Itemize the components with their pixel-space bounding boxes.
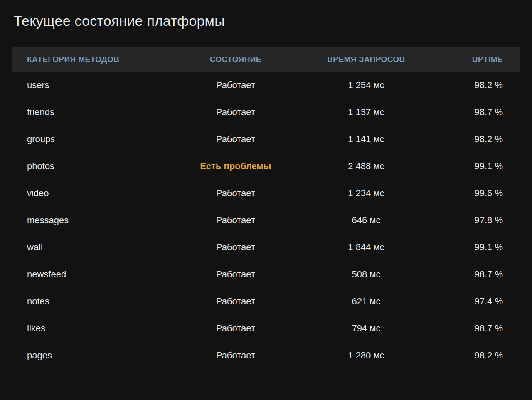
table-row: messages Работает 646 мс 97.8 % xyxy=(12,207,520,234)
table-row: likes Работает 794 мс 98.7 % xyxy=(12,315,520,342)
cell-request-time: 1 137 мс xyxy=(317,107,416,118)
cell-request-time: 1 844 мс xyxy=(317,242,416,253)
cell-status: Есть проблемы xyxy=(155,161,317,172)
cell-category: video xyxy=(12,188,155,199)
cell-category: photos xyxy=(12,161,155,172)
cell-uptime: 98.2 % xyxy=(416,134,520,145)
cell-uptime: 98.7 % xyxy=(416,323,520,334)
cell-category: notes xyxy=(12,296,155,307)
header-request-time: ВРЕМЯ ЗАПРОСОВ xyxy=(317,55,416,64)
header-status: СОСТОЯНИЕ xyxy=(155,55,317,64)
cell-request-time: 508 мс xyxy=(317,269,416,280)
header-category: КАТЕГОРИЯ МЕТОДОВ xyxy=(12,55,155,64)
cell-uptime: 99.1 % xyxy=(416,161,520,172)
cell-status: Работает xyxy=(155,350,317,361)
cell-request-time: 1 141 мс xyxy=(317,134,416,145)
cell-category: wall xyxy=(12,242,155,253)
cell-category: messages xyxy=(12,215,155,226)
cell-uptime: 98.2 % xyxy=(416,80,520,91)
cell-category: friends xyxy=(12,107,155,118)
cell-request-time: 1 280 мс xyxy=(317,350,416,361)
table-row: friends Работает 1 137 мс 98.7 % xyxy=(12,99,520,126)
page-title: Текущее состояние платформы xyxy=(14,11,518,31)
status-table: КАТЕГОРИЯ МЕТОДОВ СОСТОЯНИЕ ВРЕМЯ ЗАПРОС… xyxy=(12,47,520,369)
platform-status-page: Текущее состояние платформы КАТЕГОРИЯ МЕ… xyxy=(0,11,532,369)
cell-request-time: 1 234 мс xyxy=(317,188,416,199)
cell-uptime: 97.8 % xyxy=(416,215,520,226)
table-row: notes Работает 621 мс 97.4 % xyxy=(12,288,520,315)
cell-uptime: 98.2 % xyxy=(416,350,520,361)
table-row: photos Есть проблемы 2 488 мс 99.1 % xyxy=(12,153,520,180)
cell-category: users xyxy=(12,80,155,91)
cell-request-time: 2 488 мс xyxy=(317,161,416,172)
table-row: pages Работает 1 280 мс 98.2 % xyxy=(12,342,520,369)
cell-status: Работает xyxy=(155,296,317,307)
table-row: video Работает 1 234 мс 99.6 % xyxy=(12,180,520,207)
cell-status: Работает xyxy=(155,323,317,334)
cell-request-time: 621 мс xyxy=(317,296,416,307)
cell-status: Работает xyxy=(155,188,317,199)
cell-category: likes xyxy=(12,323,155,334)
cell-request-time: 794 мс xyxy=(317,323,416,334)
cell-status: Работает xyxy=(155,242,317,253)
table-body: users Работает 1 254 мс 98.2 % friends Р… xyxy=(12,72,520,369)
cell-category: pages xyxy=(12,350,155,361)
cell-status: Работает xyxy=(155,80,317,91)
cell-request-time: 1 254 мс xyxy=(317,80,416,91)
table-row: users Работает 1 254 мс 98.2 % xyxy=(12,72,520,99)
cell-status: Работает xyxy=(155,134,317,145)
cell-uptime: 98.7 % xyxy=(416,107,520,118)
cell-uptime: 99.6 % xyxy=(416,188,520,199)
table-row: groups Работает 1 141 мс 98.2 % xyxy=(12,126,520,153)
cell-status: Работает xyxy=(155,215,317,226)
cell-status: Работает xyxy=(155,269,317,280)
table-header-row: КАТЕГОРИЯ МЕТОДОВ СОСТОЯНИЕ ВРЕМЯ ЗАПРОС… xyxy=(12,47,520,72)
cell-request-time: 646 мс xyxy=(317,215,416,226)
cell-category: newsfeed xyxy=(12,269,155,280)
cell-uptime: 98.7 % xyxy=(416,269,520,280)
table-row: newsfeed Работает 508 мс 98.7 % xyxy=(12,261,520,288)
cell-category: groups xyxy=(12,134,155,145)
table-row: wall Работает 1 844 мс 99.1 % xyxy=(12,234,520,261)
cell-uptime: 99.1 % xyxy=(416,242,520,253)
header-uptime: UPTIME xyxy=(416,55,520,64)
cell-uptime: 97.4 % xyxy=(416,296,520,307)
cell-status: Работает xyxy=(155,107,317,118)
